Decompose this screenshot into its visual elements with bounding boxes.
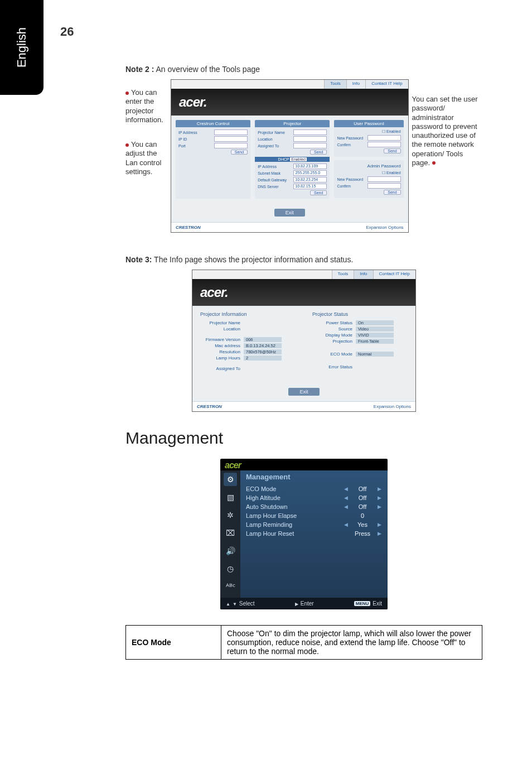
note3-bold: Note 3: — [125, 255, 152, 264]
menu-item-label: ECO Mode — [246, 486, 343, 492]
left-arrow-icon: ◀ — [343, 522, 349, 527]
info-contact-tab[interactable]: Contact IT Help — [373, 270, 415, 279]
timer-icon[interactable]: ◷ — [224, 562, 237, 575]
menu-item[interactable]: Lamp Hour Elapse0 — [240, 511, 388, 520]
right-arrow-icon: ▶ — [376, 486, 382, 492]
crestron-control-panel: Crestron Control IP Address IP ID Port S… — [176, 120, 250, 199]
calendar-icon[interactable]: ⌧ — [224, 526, 237, 540]
footer-exit: MENU Exit — [354, 600, 382, 607]
left-arrow-icon: ◀ — [343, 495, 349, 501]
pi-resolution-label: Resolution — [200, 349, 240, 354]
menu-item[interactable]: High Altitude◀Off▶ — [240, 493, 388, 502]
user-confirm-input[interactable] — [367, 142, 401, 147]
ps-display-label: Display Mode — [312, 333, 352, 338]
admin-confirm-label: Confirm — [337, 184, 351, 188]
gateway-value: 10.82.23.254 — [293, 177, 327, 182]
ps-source-value: Video — [356, 326, 394, 331]
menu-item-label: Lamp Hour Elapse — [246, 512, 343, 519]
ps-eco-value: Normal — [356, 352, 394, 357]
info-expansion-options-link[interactable]: Expansion Options — [374, 404, 411, 409]
eco-mode-label: ECO Mode — [126, 626, 221, 660]
triangle-down-icon — [233, 600, 237, 607]
admin-newpw-label: New Password — [337, 177, 363, 181]
info-tab[interactable]: Info — [346, 80, 365, 89]
management-icon[interactable]: ⚙ — [224, 473, 237, 486]
pi-name-label: Projector Name — [200, 320, 240, 325]
annotation-left-2: You can adjust the Lan control settings. — [125, 140, 171, 176]
annotation-left-1-text: You can enter the projector information. — [125, 88, 163, 124]
tools-tab[interactable]: Tools — [324, 80, 346, 89]
projector-status-title: Projector Status — [312, 311, 408, 317]
note2-bold: Note 2 : — [125, 65, 154, 74]
dhcp-bar: DHCP Enabled — [255, 157, 330, 162]
note2-rest: An overview of the Tools page — [154, 65, 260, 74]
menu-item[interactable]: ECO Mode◀Off▶ — [240, 484, 388, 493]
menu-item[interactable]: Auto Shutdown◀Off▶ — [240, 502, 388, 511]
ps-projection-label: Projection — [312, 339, 352, 344]
left-arrow-icon: ◀ — [343, 504, 349, 510]
info-info-tab[interactable]: Info — [354, 270, 373, 279]
right-arrow-icon: ▶ — [376, 495, 382, 501]
page-number: 26 — [60, 25, 74, 39]
contact-it-tab[interactable]: Contact IT Help — [365, 80, 408, 89]
image-icon[interactable]: ▧ — [224, 491, 237, 504]
menu-item-value: Press — [349, 530, 376, 537]
footer-select: Select — [226, 600, 255, 607]
menu-item[interactable]: Lamp Reminding◀Yes▶ — [240, 520, 388, 529]
menu-item-label: Lamp Reminding — [246, 521, 343, 528]
ip-id-label: IP ID — [178, 137, 187, 141]
tools-exit-button[interactable]: Exit — [274, 209, 305, 217]
location-input[interactable] — [293, 136, 327, 142]
crestron-ip-address-input[interactable] — [214, 129, 248, 135]
pi-mac-label: Mac address — [200, 343, 240, 348]
dhcp-state: Enabled — [290, 157, 307, 161]
admin-enabled-checkbox[interactable]: ☐ Enabled — [382, 171, 401, 175]
pi-lamphours-label: Lamp Hours — [200, 355, 240, 361]
crestron-send-button[interactable]: Send — [231, 150, 248, 155]
eco-mode-table: ECO Mode Choose "On" to dim the projecto… — [125, 625, 482, 660]
eco-mode-description: Choose "On" to dim the projector lamp, w… — [221, 626, 482, 660]
admin-send-button[interactable]: Send — [384, 190, 400, 195]
projector-send-button[interactable]: Send — [310, 150, 327, 155]
projector-title: Projector — [255, 120, 330, 127]
annotation-dot — [125, 143, 129, 147]
language-icon[interactable]: ᴬᴮᶜ — [224, 580, 237, 593]
crestron-title: Crestron Control — [176, 120, 250, 127]
assigned-to-input[interactable] — [293, 143, 327, 148]
projector-name-input[interactable] — [293, 129, 327, 135]
note3-rest: The Info page shows the projector inform… — [152, 255, 353, 264]
net-ip-label: IP Address — [258, 165, 277, 169]
admin-newpw-input[interactable] — [367, 176, 401, 182]
user-newpw-input[interactable] — [367, 135, 401, 141]
expansion-options-link[interactable]: Expansion Options — [366, 225, 403, 230]
menu-item-label: Auto Shutdown — [246, 503, 343, 510]
menu-item[interactable]: Lamp Hour ResetPress▶ — [240, 529, 388, 538]
pi-location-label: Location — [200, 326, 240, 331]
table-row: ECO Mode Choose "On" to dim the projecto… — [126, 626, 482, 660]
settings-icon[interactable]: ✲ — [224, 508, 237, 522]
crestron-port-input[interactable] — [214, 143, 248, 148]
user-send-button[interactable]: Send — [384, 148, 400, 153]
crestron-ip-id-input[interactable] — [214, 136, 248, 142]
network-send-button[interactable]: Send — [310, 190, 327, 195]
ps-eco-label: ECO Mode — [312, 352, 352, 357]
note3-title: Note 3: The Info page shows the projecto… — [125, 255, 482, 264]
user-password-title: User Password — [334, 120, 403, 127]
user-enabled-label: Enabled — [386, 129, 401, 133]
net-ip-value: 10.82.23.109 — [293, 164, 327, 169]
left-arrow-icon: ◀ — [343, 486, 349, 492]
dns-value: 10.82.15.15 — [293, 184, 327, 189]
dns-label: DNS Server — [258, 185, 278, 189]
info-tools-tab[interactable]: Tools — [332, 270, 354, 279]
gateway-label: Default Gateway — [258, 178, 287, 182]
audio-icon[interactable]: 🔊 — [224, 544, 237, 558]
user-enabled-checkbox[interactable]: ☐ Enabled — [382, 129, 401, 134]
management-osd-menu: acer ⚙ ▧ ✲ ⌧ 🔊 ◷ ᴬᴮᶜ Management ECO Mode… — [220, 459, 388, 609]
menu-item-label: Lamp Hour Reset — [246, 530, 343, 537]
menu-item-value: 0 — [349, 512, 376, 519]
pi-mac-value: B.0.13.24.24.52 — [244, 343, 282, 348]
info-exit-button[interactable]: Exit — [288, 388, 319, 396]
subnet-label: Subnet Mask — [258, 171, 280, 175]
admin-confirm-input[interactable] — [367, 183, 401, 189]
enter-label: Enter — [301, 600, 314, 607]
